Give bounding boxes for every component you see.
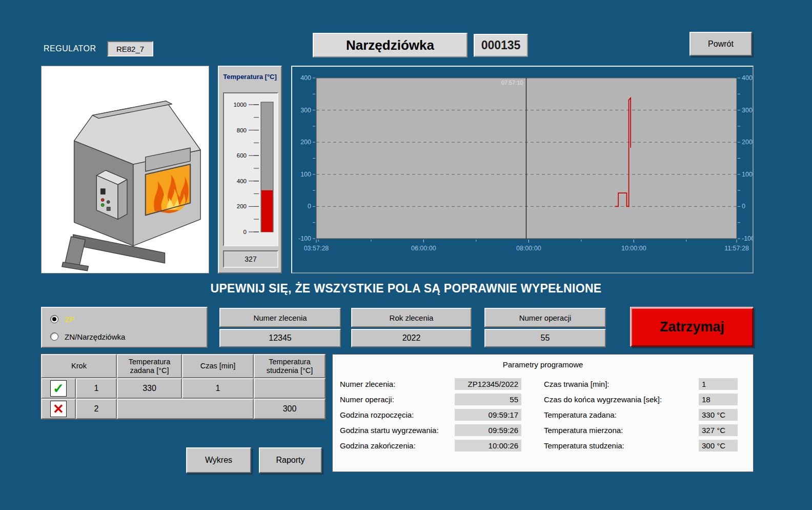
param-label: Godzina zakończenia: (340, 441, 416, 450)
svg-text:06:00:00: 06:00:00 (411, 245, 436, 252)
param-label: Godzina rozpoczęcia: (340, 410, 414, 419)
parameters-panel: Parametry programowe Numer zlecenia:ZP12… (332, 354, 754, 472)
param-row: Czas do końca wygrzewania [sek]:18 (544, 392, 738, 407)
step2-number: 2 (76, 399, 117, 419)
mode-option-zn[interactable]: ZN/Narzędziówka (50, 330, 125, 343)
param-value: 10:00:26 (455, 440, 521, 452)
param-value: ZP12345/2022 (455, 378, 521, 390)
svg-text:400: 400 (300, 74, 311, 82)
param-label: Czas do końca wygrzewania [sek]: (544, 395, 662, 404)
step-ok-icon: ✓ (50, 380, 67, 397)
hmi-screen: REGULATOR RE82_7 Narzędziówka 000135 Pow… (0, 0, 812, 510)
param-label: Czas trwania [min]: (544, 380, 610, 388)
column-header-czas: Czas [min] (182, 354, 254, 378)
svg-text:800: 800 (237, 127, 247, 133)
chart-button[interactable]: Wykres (186, 447, 251, 473)
gauge-value: 327 (223, 250, 278, 268)
param-row: Temperatura studzenia:300 °C (544, 438, 738, 453)
svg-text:100: 100 (742, 171, 753, 178)
column-header-temp-zadana: Temperatura zadana [°C] (117, 354, 182, 378)
svg-text:400: 400 (237, 178, 247, 184)
param-label: Temperatura mierzona: (544, 426, 623, 435)
mode-option-zp-label: ZP (65, 315, 74, 324)
furnace-panel (41, 66, 209, 273)
radio-unselected-icon (50, 332, 58, 341)
param-value: 18 (699, 394, 738, 405)
step1-temp-studzenia-field[interactable] (254, 378, 326, 399)
mode-panel: ZP ZN/Narzędziówka (41, 307, 208, 348)
svg-text:200: 200 (237, 203, 247, 209)
param-value: 55 (455, 394, 521, 405)
svg-text:200: 200 (300, 139, 311, 146)
svg-text:07:57:10: 07:57:10 (501, 80, 523, 86)
radio-selected-icon (50, 315, 58, 323)
step1-czas-field[interactable]: 1 (182, 378, 254, 399)
svg-text:10:00:00: 10:00:00 (621, 245, 646, 252)
param-label: Godzina startu wygrzewania: (340, 426, 439, 435)
param-label: Temperatura studzenia: (544, 441, 624, 450)
param-value: 300 °C (699, 440, 738, 452)
svg-text:08:00:00: 08:00:00 (516, 245, 541, 252)
gauge-bar: 02004006008001000 (224, 93, 277, 245)
parameters-title: Parametry programowe (333, 360, 753, 369)
operation-number-label: Numer operacji (484, 308, 606, 327)
step1-temp-zadana-field[interactable]: 330 (117, 378, 182, 399)
order-number-label: Numer zlecenia (219, 308, 341, 327)
param-row: Numer operacji:55 (340, 392, 521, 407)
regulator-value-field[interactable]: RE82_7 (107, 41, 153, 56)
step1-number: 1 (76, 378, 117, 399)
param-row: Numer zlecenia:ZP12345/2022 (340, 377, 521, 392)
svg-text:600: 600 (237, 152, 247, 159)
furnace-illustration (42, 66, 209, 273)
svg-text:11:57:28: 11:57:28 (724, 245, 749, 252)
param-row: Temperatura zadana:330 °C (544, 407, 738, 423)
warning-banner: UPEWNIJ SIĘ, ŻE WSZYSTKIE POLA SĄ POPRAW… (0, 282, 812, 296)
param-row: Temperatura mierzona:327 °C (544, 422, 738, 438)
svg-text:100: 100 (300, 171, 311, 178)
screen-title: Narzędziówka (313, 33, 468, 57)
back-button[interactable]: Powrót (689, 32, 752, 56)
mode-option-zp[interactable]: ZP (50, 313, 74, 325)
svg-text:300: 300 (742, 107, 753, 114)
column-header-krok: Krok (41, 354, 117, 378)
param-label: Temperatura zadana: (544, 410, 617, 419)
column-header-temp-studzenia: Temperatura studzenia [°C] (254, 354, 326, 378)
param-label: Numer zlecenia: (340, 380, 395, 388)
order-year-field[interactable]: 2022 (351, 329, 472, 347)
step2-temp-studzenia-field[interactable]: 300 (254, 399, 326, 419)
step2-status-cell: ✕ (41, 399, 76, 419)
trend-chart-panel: 40040030030020020010010000-100-10003:57:… (291, 66, 754, 273)
svg-text:-100: -100 (742, 235, 753, 242)
param-row: Godzina zakończenia:10:00:26 (340, 438, 521, 453)
operation-number-field[interactable]: 55 (484, 329, 606, 347)
svg-text:400: 400 (742, 74, 753, 82)
step1-status-cell: ✓ (41, 378, 76, 399)
svg-text:0: 0 (742, 203, 745, 210)
order-number-field[interactable]: 12345 (219, 329, 341, 347)
gauge-scale: 02004006008001000 (223, 92, 278, 246)
gauge-panel: Temperatura [°C] 02004006008001000 327 (218, 66, 282, 273)
order-number-group: Numer zlecenia 12345 (219, 308, 341, 347)
param-row: Godzina rozpoczęcia:09:59:17 (340, 407, 521, 423)
stop-button[interactable]: Zatrzymaj (631, 307, 754, 347)
steps-table: Krok Temperatura zadana [°C] Czas [min] … (41, 354, 326, 419)
param-value: 09:59:26 (455, 424, 521, 436)
order-year-label: Rok zlecenia (351, 308, 472, 327)
param-value: 1 (699, 378, 738, 390)
step2-merged-field[interactable] (117, 399, 254, 419)
mode-option-zn-label: ZN/Narzędziówka (65, 332, 125, 341)
svg-text:-100: -100 (298, 235, 311, 242)
param-value: 330 °C (699, 409, 738, 421)
svg-text:0: 0 (308, 203, 311, 210)
order-year-group: Rok zlecenia 2022 (351, 308, 472, 347)
order-code: 000135 (474, 34, 528, 57)
svg-text:300: 300 (300, 107, 311, 114)
param-value: 327 °C (699, 424, 738, 436)
svg-text:200: 200 (742, 139, 753, 146)
step-error-icon: ✕ (50, 401, 67, 417)
svg-text:0: 0 (243, 229, 247, 235)
reports-button[interactable]: Raporty (259, 447, 322, 473)
param-label: Numer operacji: (340, 395, 394, 404)
gauge-title: Temperatura [°C] (219, 73, 281, 81)
svg-text:03:57:28: 03:57:28 (304, 245, 329, 252)
